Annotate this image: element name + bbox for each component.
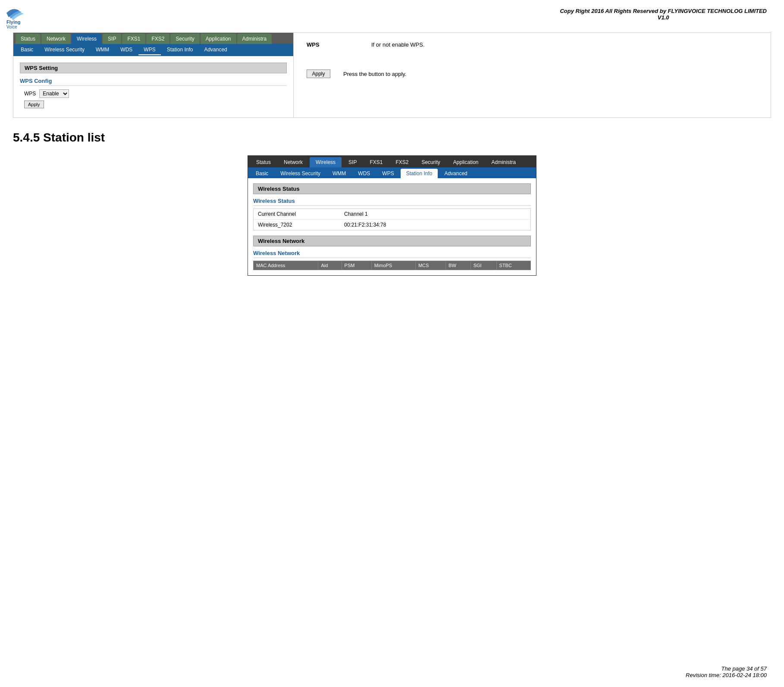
ws-status-subsection: Wireless Status [253, 198, 531, 206]
station-tab-network[interactable]: Network [278, 157, 309, 167]
subtab-wps[interactable]: WPS [138, 45, 160, 55]
wps-form-label: WPS [24, 91, 36, 97]
top-section: Status Network Wireless SIP FXS1 FXS2 Se… [13, 32, 771, 118]
subtab-advanced[interactable]: Advanced [199, 45, 232, 55]
svg-text:Voice over IP: Voice over IP [6, 30, 25, 30]
wps-config-header: WPS Config [20, 78, 287, 86]
section-title-545: 5.4.5 Station list [13, 131, 771, 145]
wps-panel-content: WPS Setting WPS Config WPS Enable Disabl… [13, 56, 293, 117]
station-tab-status[interactable]: Status [250, 157, 277, 167]
wps-section-header: WPS Setting [20, 63, 287, 73]
wps-select[interactable]: Enable Disable [39, 89, 69, 98]
station-section: Status Network Wireless SIP FXS1 FXS2 Se… [13, 155, 771, 276]
subtab-wireless-security[interactable]: Wireless Security [39, 45, 90, 55]
station-tab-fxs1[interactable]: FXS1 [364, 157, 389, 167]
copyright-text: Copy Right 2016 All Rights Reserved by F… [560, 8, 767, 14]
ws-data-row-channel: Current Channel Channel 1 [254, 209, 530, 220]
tab-security[interactable]: Security [170, 34, 199, 44]
station-tab-wireless[interactable]: Wireless [310, 157, 342, 167]
wps-router-panel: Status Network Wireless SIP FXS1 FXS2 Se… [13, 33, 294, 117]
sub-tabs-wps: Basic Wireless Security WMM WDS WPS Stat… [13, 44, 293, 56]
station-content: Wireless Status Wireless Status Current … [248, 178, 536, 275]
ws-value-channel: Channel 1 [344, 211, 368, 217]
desc-term-wps: WPS [307, 41, 371, 48]
station-tab-application[interactable]: Application [447, 157, 485, 167]
header-copyright: Copy Right 2016 All Rights Reserved by F… [560, 4, 767, 21]
station-subtab-wds[interactable]: WDS [352, 169, 376, 178]
version-text: V1.0 [560, 14, 767, 21]
station-nav-tabs: Status Network Wireless SIP FXS1 FXS2 Se… [248, 156, 536, 167]
nav-tabs-top: Status Network Wireless SIP FXS1 FXS2 Se… [13, 33, 293, 44]
col-mimops: MimoPS [371, 261, 415, 270]
col-bw: BW [446, 261, 471, 270]
desc-text-wps: If or not enable WPS. [371, 41, 425, 48]
subtab-wds[interactable]: WDS [115, 45, 138, 55]
station-sub-tabs: Basic Wireless Security WMM WDS WPS Stat… [248, 167, 536, 178]
tab-fxs1[interactable]: FXS1 [122, 34, 145, 44]
station-tab-administra[interactable]: Administra [486, 157, 522, 167]
wps-form-row: WPS Enable Disable [20, 89, 287, 98]
station-tab-sip[interactable]: SIP [342, 157, 363, 167]
footer-page: The page 34 of 57 [686, 665, 767, 672]
ws-data-table: Current Channel Channel 1 Wireless_7202 … [253, 208, 531, 230]
page-footer: The page 34 of 57 Revision time: 2016-02… [686, 665, 767, 678]
station-tab-security[interactable]: Security [415, 157, 446, 167]
tab-network[interactable]: Network [41, 34, 71, 44]
ws-network-header: Wireless Network [253, 236, 531, 246]
wps-apply-button[interactable]: Apply [24, 101, 44, 108]
station-subtab-basic[interactable]: Basic [250, 169, 274, 178]
subtab-wmm[interactable]: WMM [91, 45, 114, 55]
wps-apply-row: Apply [20, 101, 287, 108]
ws-network-subsection: Wireless Network [253, 250, 531, 258]
page-header: Flying Voice Voice over IP Copy Right 20… [0, 0, 784, 32]
footer-revision: Revision time: 2016-02-24 18:00 [686, 672, 767, 678]
desc-row-wps: WPS If or not enable WPS. [307, 41, 758, 57]
col-mcs: MCS [415, 261, 445, 270]
svg-text:Voice: Voice [6, 25, 17, 29]
tab-sip[interactable]: SIP [103, 34, 121, 44]
station-subtab-station-info[interactable]: Station Info [401, 169, 438, 178]
subtab-station-info[interactable]: Station Info [162, 45, 198, 55]
col-aid: Aid [318, 261, 342, 270]
col-stbc: STBC [496, 261, 530, 270]
ws-data-row-wireless: Wireless_7202 00:21:F2:31:34:78 [254, 220, 530, 230]
ws-label-wireless: Wireless_7202 [258, 222, 344, 228]
ws-status-header: Wireless Status [253, 183, 531, 194]
tab-wireless[interactable]: Wireless [72, 34, 102, 44]
description-panel: WPS If or not enable WPS. Apply Press th… [294, 33, 771, 117]
tab-administra[interactable]: Administra [237, 34, 272, 44]
tab-fxs2[interactable]: FXS2 [146, 34, 169, 44]
logo-area: Flying Voice Voice over IP [4, 4, 34, 30]
station-subtab-wmm[interactable]: WMM [327, 169, 351, 178]
tab-application[interactable]: Application [201, 34, 236, 44]
ws-label-channel: Current Channel [258, 211, 344, 217]
col-mac: MAC Address [254, 261, 318, 270]
logo: Flying Voice Voice over IP [4, 4, 34, 30]
desc-row-apply: Apply Press the button to apply. [307, 69, 758, 87]
station-subtab-wps[interactable]: WPS [376, 169, 399, 178]
subtab-basic[interactable]: Basic [16, 45, 38, 55]
station-ui-panel: Status Network Wireless SIP FXS1 FXS2 Se… [248, 155, 536, 276]
svg-text:Flying: Flying [6, 19, 20, 25]
tab-status[interactable]: Status [16, 34, 41, 44]
network-table: MAC Address Aid PSM MimoPS MCS BW SGI ST… [253, 261, 531, 270]
col-sgi: SGI [470, 261, 496, 270]
station-subtab-wireless-security[interactable]: Wireless Security [275, 169, 326, 178]
desc-text-apply: Press the button to apply. [343, 71, 406, 77]
ws-value-wireless: 00:21:F2:31:34:78 [344, 222, 386, 228]
station-subtab-advanced[interactable]: Advanced [439, 169, 473, 178]
desc-apply-button[interactable]: Apply [307, 69, 330, 78]
station-tab-fxs2[interactable]: FXS2 [389, 157, 414, 167]
col-psm: PSM [342, 261, 371, 270]
